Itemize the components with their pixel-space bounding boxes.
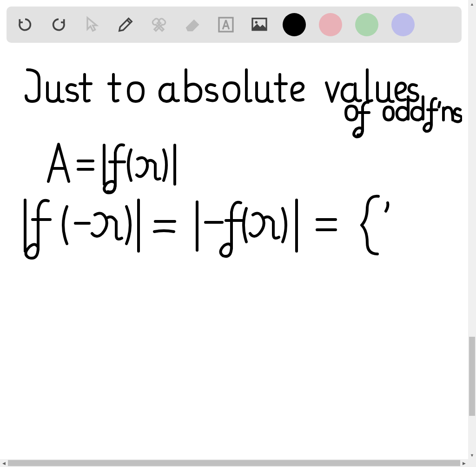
app-container: Just to absolute values of odd f'ns A = …: [0, 0, 468, 459]
pointer-button[interactable]: [82, 14, 102, 35]
color-pink[interactable]: [319, 13, 342, 36]
redo-icon: [49, 15, 68, 34]
scroll-corner: [468, 459, 476, 467]
text-button[interactable]: [216, 14, 236, 35]
scroll-right-arrow-icon[interactable]: ▶: [460, 459, 468, 467]
color-purple[interactable]: [391, 13, 415, 36]
scroll-up-arrow-icon[interactable]: ▲: [468, 0, 476, 8]
color-green[interactable]: [355, 13, 378, 36]
image-button[interactable]: [249, 14, 270, 35]
eraser-button[interactable]: [182, 14, 203, 35]
canvas-area[interactable]: Just to absolute values of odd f'ns A = …: [7, 47, 462, 459]
pen-icon: [116, 15, 135, 34]
redo-button[interactable]: [48, 14, 69, 35]
color-black[interactable]: [283, 13, 306, 36]
undo-button[interactable]: [15, 14, 35, 35]
horizontal-scrollbar[interactable]: ◀ ▶: [0, 459, 468, 467]
svg-rect-1: [219, 18, 233, 32]
vertical-scroll-thumb[interactable]: [469, 337, 475, 416]
undo-icon: [16, 15, 34, 34]
wrench-icon: [150, 15, 168, 34]
toolbar: [7, 7, 462, 43]
pen-button[interactable]: [115, 14, 136, 35]
pointer-icon: [83, 15, 101, 34]
svg-point-3: [255, 21, 258, 23]
handwriting-canvas: [7, 47, 462, 447]
text-icon: [217, 15, 235, 34]
eraser-icon: [183, 15, 202, 34]
horizontal-scroll-thumb[interactable]: [8, 460, 460, 466]
tools-button[interactable]: [149, 14, 169, 35]
vertical-scrollbar[interactable]: ▲ ▼: [468, 0, 476, 459]
image-icon: [250, 15, 269, 34]
scroll-down-arrow-icon[interactable]: ▼: [468, 451, 476, 459]
scroll-left-arrow-icon[interactable]: ◀: [0, 459, 8, 467]
